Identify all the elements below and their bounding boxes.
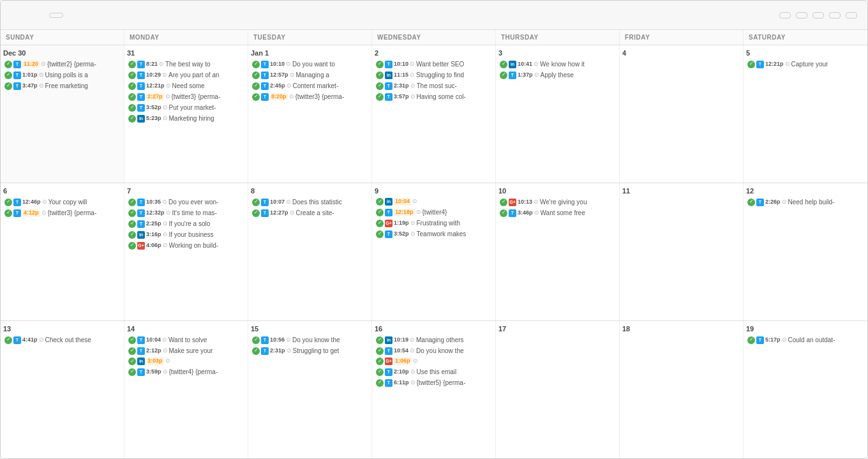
day-cell-1-2[interactable]: 8✓T10:07⊙Does this statistic✓T12:27p⊙Cre… (248, 183, 372, 320)
calendar-event[interactable]: ✓T12:46p⊙Your copy will (3, 197, 121, 207)
clock-icon: ⊙ (286, 336, 291, 344)
day-cell-1-0[interactable]: 6✓T12:46p⊙Your copy will✓T4:12p⊙{twitter… (1, 183, 124, 320)
tw-icon: T (756, 336, 764, 344)
calendar-event[interactable]: ✓in3:16p⊙If your business (127, 230, 245, 239)
event-time: 3:52p (146, 104, 161, 112)
clock-icon: ⊙ (162, 336, 167, 344)
day-cell-1-6[interactable]: 12✓T2:26p⊙Need help build- (744, 183, 867, 320)
calendar-event[interactable]: ✓in3:03p⊙ (127, 357, 245, 366)
calendar-event[interactable]: ✓in11:15⊙Struggling to find (375, 70, 493, 80)
day-cell-0-3[interactable]: 2✓T10:10⊙Want better SEO✓in11:15⊙Struggl… (372, 45, 496, 183)
share-button[interactable] (812, 12, 824, 19)
calendar-event[interactable]: ✓T4:41p⊙Check out these (3, 335, 121, 345)
event-text: Need some (172, 82, 205, 90)
calendar-event[interactable]: ✓T8:20p⊙{twitter3} {perma- (251, 92, 369, 102)
event-text: Make sure your (169, 347, 213, 355)
calendar-event[interactable]: ✓in10:04⊙ (375, 197, 493, 206)
tw-icon: T (385, 230, 393, 238)
calendar-event[interactable]: ✓T10:54⊙Do you know the (375, 346, 493, 356)
calendar-event[interactable]: ✓G+10:13⊙We're giving you (498, 197, 617, 207)
calendar-event[interactable]: ✓T5:17p⊙Could an outdat- (746, 335, 865, 345)
tw-icon: T (13, 71, 21, 79)
day-cell-2-1[interactable]: 14✓T10:04⊙Want to solve✓T2:12p⊙Make sure… (124, 321, 248, 458)
day-cell-0-5[interactable]: 4 (620, 45, 744, 183)
calendar-event[interactable]: ✓T10:10⊙Do you want to (251, 59, 369, 69)
calendar-event[interactable]: ✓T6:11p⊙{twitter5} {perma- (375, 378, 493, 388)
calendar-event[interactable]: ✓T3:59p⊙{twitter4} {perma- (127, 367, 245, 377)
calendar-view-button[interactable] (779, 12, 791, 19)
calendar-event[interactable]: ✓T2:10p⊙Use this email (375, 367, 493, 377)
calendar-event[interactable]: ✓T4:12p⊙{twitter3} {perma- (3, 208, 121, 218)
clock-icon: ⊙ (782, 336, 787, 344)
calendar-event[interactable]: ✓in10:19⊙Managing others (375, 335, 493, 345)
calendar-event[interactable]: ✓T12:21p⊙Capture your (746, 59, 865, 69)
calendar-event[interactable]: ✓T2:31p⊙The most suc- (375, 81, 493, 91)
calendar-event[interactable]: ✓T2:12p⊙Make sure your (127, 346, 245, 356)
calendar-event[interactable]: ✓G+1:19p⊙Frustrating with (375, 218, 493, 228)
day-cell-0-1[interactable]: 31✓T8:21⊙The best way to✓T10:29⊙Are you … (124, 45, 248, 183)
calendar-event[interactable]: ✓G+1:06p⊙ (375, 357, 493, 366)
next-button[interactable] (31, 14, 39, 17)
calendar-event[interactable]: ✓T3:52p⊙Teamwork makes (375, 229, 493, 239)
calendar-event[interactable]: ✓T10:56⊙Do you know the (251, 335, 369, 345)
calendar-event[interactable]: ✓T12:27p⊙Create a site- (251, 208, 369, 218)
calendar-event[interactable]: ✓T2:26p⊙Need help build- (746, 197, 865, 207)
check-icon: ✓ (128, 209, 136, 217)
calendar-event[interactable]: ✓T3:46p⊙Want some free (498, 208, 617, 218)
clock-icon: ⊙ (410, 336, 415, 344)
day-cell-2-4[interactable]: 17+ (496, 321, 620, 458)
day-cell-2-2[interactable]: 15✓T10:56⊙Do you know the✓T2:31p⊙Struggl… (248, 321, 372, 458)
calendar-event[interactable]: ✓T2:27p⊙{twitter3} {perma- (127, 92, 245, 102)
settings-button[interactable] (846, 12, 857, 19)
day-cell-0-4[interactable]: 3✓in10:41⊙We know how it✓T1:37p⊙Apply th… (496, 45, 620, 183)
calendar-event[interactable]: ✓T12:18p⊙{twitter4} (375, 207, 493, 217)
day-cell-1-3[interactable]: 9✓in10:04⊙✓T12:18p⊙{twitter4}✓G+1:19p⊙Fr… (372, 183, 496, 320)
calendar-event[interactable]: ✓in10:41⊙We know how it (498, 59, 617, 69)
calendar-event[interactable]: ✓G+4:06p⊙Working on build- (127, 241, 245, 250)
prev-button[interactable] (11, 14, 19, 17)
calendar-event[interactable]: ✓in5:23p⊙Marketing hiring (127, 114, 245, 123)
tw-icon: T (261, 336, 269, 344)
check-icon: ✓ (252, 61, 260, 68)
day-cell-1-4[interactable]: 10✓G+10:13⊙We're giving you✓T3:46p⊙Want … (496, 183, 620, 320)
calendar-event[interactable]: ✓T8:21⊙The best way to (127, 59, 245, 69)
day-cell-0-6[interactable]: 5✓T12:21p⊙Capture your (744, 45, 867, 183)
calendar-event[interactable]: ✓T3:47p⊙Free marketing (3, 81, 121, 91)
day-cell-2-6[interactable]: 19✓T5:17p⊙Could an outdat- (744, 321, 867, 458)
calendar-event[interactable]: ✓T11:20⊙{twitter2} {perma- (3, 59, 121, 69)
calendar-event[interactable]: ✓T12:21p⊙Need some (127, 81, 245, 91)
clock-icon: ⊙ (163, 104, 168, 112)
add-button[interactable] (829, 12, 841, 19)
list-view-button[interactable] (796, 12, 807, 19)
day-cell-2-3[interactable]: 16✓in10:19⊙Managing others✓T10:54⊙Do you… (372, 321, 496, 458)
calendar-event[interactable]: ✓T2:31p⊙Struggling to get (251, 346, 369, 356)
clock-icon: ⊙ (163, 115, 168, 123)
day-cell-1-1[interactable]: 7✓T10:35⊙Do you ever won-✓T12:32p⊙It's t… (124, 183, 248, 320)
calendar-event[interactable]: ✓T10:07⊙Does this statistic (251, 197, 369, 207)
day-cell-2-0[interactable]: 13✓T4:41p⊙Check out these (1, 321, 124, 458)
calendar-event[interactable]: ✓T10:35⊙Do you ever won- (127, 197, 245, 207)
calendar-event[interactable]: ✓T10:29⊙Are you part of an (127, 70, 245, 80)
check-icon: ✓ (376, 220, 384, 227)
calendar-event[interactable]: ✓T2:25p⊙If you're a solo (127, 219, 245, 229)
clock-icon: ⊙ (410, 61, 415, 68)
calendar-event[interactable]: ✓T3:52p⊙Put your market- (127, 103, 245, 112)
day-cell-0-2[interactable]: Jan 1✓T10:10⊙Do you want to✓T12:57p⊙Mana… (248, 45, 372, 183)
calendar-event[interactable]: ✓T10:10⊙Want better SEO (375, 59, 493, 69)
tw-icon: T (509, 209, 516, 217)
event-time: 3:03p (146, 357, 164, 365)
clock-icon: ⊙ (410, 347, 415, 355)
calendar-event[interactable]: ✓T2:45p⊙Content market- (251, 81, 369, 91)
check-icon: ✓ (128, 368, 136, 376)
today-button[interactable] (49, 13, 63, 18)
day-cell-1-5[interactable]: 11 (620, 183, 744, 320)
calendar-event[interactable]: ✓T1:37p⊙Apply these (498, 70, 617, 80)
calendar-event[interactable]: ✓T1:01p⊙Using polls is a (3, 70, 121, 80)
day-cell-2-5[interactable]: 18 (620, 321, 744, 458)
calendar-event[interactable]: ✓T3:57p⊙Having some col- (375, 92, 493, 102)
calendar-event[interactable]: ✓T12:32p⊙It's time to mas- (127, 208, 245, 218)
calendar-event[interactable]: ✓T10:04⊙Want to solve (127, 335, 245, 345)
day-cell-0-0[interactable]: Dec 30✓T11:20⊙{twitter2} {perma-✓T1:01p⊙… (1, 45, 124, 183)
event-text: Put your market- (169, 103, 216, 112)
calendar-event[interactable]: ✓T12:57p⊙Managing a (251, 70, 369, 80)
